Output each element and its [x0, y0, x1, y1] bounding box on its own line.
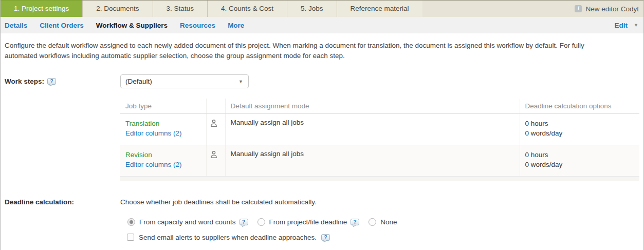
table-header-row: Job type Default assignment mode Deadlin… [120, 99, 639, 114]
sub-nav-bar: Details Client Orders Workflow & Supplie… [1, 17, 643, 33]
editor-columns-link[interactable]: Editor columns (2) [125, 128, 182, 138]
help-icon[interactable]: ? [240, 219, 248, 225]
chevron-down-icon[interactable]: ▼ [634, 23, 638, 28]
table-footer-strip [120, 177, 639, 181]
deadline-calculation-label: Deadline calculation: [5, 198, 74, 206]
main-tab-bar: 1. Project settings 2. Documents 3. Stat… [1, 0, 643, 17]
workflow-content: Configure the default workflow assigned … [1, 33, 643, 241]
header-deadline-options: Deadline calculation options [520, 99, 639, 114]
deadline-words-per-day: 0 words/day [525, 160, 635, 169]
info-icon: i [575, 5, 582, 12]
radio-label: From capacity and word counts [139, 218, 236, 226]
workflow-dropdown[interactable]: (Default) ▼ [120, 74, 249, 88]
header-job-type: Job type [120, 99, 206, 114]
deadline-mode-options: From capacity and word counts ? From pro… [127, 218, 639, 226]
work-steps-table: Job type Default assignment mode Deadlin… [120, 99, 639, 181]
dropdown-arrow-icon: ▼ [238, 75, 243, 88]
person-icon [210, 150, 224, 159]
tab-documents[interactable]: 2. Documents [82, 1, 152, 17]
editor-note-label: New editor Codyt [585, 5, 639, 13]
workflow-dropdown-value: (Default) [125, 78, 152, 85]
help-icon[interactable]: ? [47, 78, 56, 85]
subnav-workflow-suppliers[interactable]: Workflow & Suppliers [96, 22, 168, 29]
email-alert-row: Send email alerts to suppliers when dead… [127, 234, 639, 241]
header-assignment-mode: Default assignment mode [225, 99, 520, 114]
radio-label: From project/file deadline [269, 218, 347, 226]
radio-selected-icon[interactable] [127, 218, 135, 226]
deadline-words-per-day: 0 words/day [525, 128, 635, 138]
tab-reference-material[interactable]: Reference material [337, 1, 422, 17]
email-alert-checkbox[interactable] [127, 234, 134, 241]
assignment-mode-value: Manually assign all jobs [225, 145, 520, 177]
table-row-translation: Translation Editor columns (2) Manually … [120, 114, 639, 145]
person-icon [210, 119, 224, 127]
work-steps-row: Work steps: ? (Default) ▼ [5, 74, 639, 88]
email-alert-label: Send email alerts to suppliers when dead… [139, 234, 317, 241]
help-icon[interactable]: ? [321, 234, 330, 241]
workflow-description: Configure the default workflow assigned … [5, 41, 606, 61]
subnav-resources[interactable]: Resources [180, 22, 215, 29]
deadline-hours: 0 hours [525, 150, 635, 160]
editor-note: i New editor Codyt [575, 1, 643, 17]
deadline-hours: 0 hours [525, 119, 635, 128]
radio-label: None [380, 218, 397, 226]
tab-counts-cost[interactable]: 4. Counts & Cost [207, 1, 287, 17]
radio-icon[interactable] [369, 218, 376, 226]
project-settings-page: 1. Project settings 2. Documents 3. Stat… [0, 0, 644, 250]
subnav-more[interactable]: More [228, 22, 244, 29]
radio-none[interactable]: None [369, 218, 397, 226]
work-steps-label: Work steps: [5, 74, 44, 88]
radio-from-project-deadline[interactable]: From project/file deadline ? [257, 218, 360, 226]
radio-icon[interactable] [257, 218, 265, 226]
radio-from-capacity[interactable]: From capacity and word counts ? [127, 218, 248, 226]
editor-columns-link[interactable]: Editor columns (2) [125, 160, 182, 169]
deadline-calculation-row: Deadline calculation: Choose whether job… [5, 198, 639, 206]
table-row-revision: Revision Editor columns (2) Manually ass… [120, 145, 639, 177]
job-type-label: Revision [125, 150, 201, 160]
edit-button[interactable]: Edit [615, 22, 628, 29]
job-type-label: Translation [125, 119, 201, 128]
deadline-description: Choose whether job deadlines shall be ca… [120, 198, 317, 206]
tab-jobs[interactable]: 5. Jobs [287, 1, 337, 17]
subnav-details[interactable]: Details [5, 22, 27, 29]
help-icon[interactable]: ? [351, 219, 359, 225]
assignment-mode-value: Manually assign all jobs [225, 114, 520, 145]
subnav-client-orders[interactable]: Client Orders [40, 22, 84, 29]
tab-status[interactable]: 3. Status [153, 1, 207, 17]
tab-project-settings[interactable]: 1. Project settings [1, 0, 82, 17]
header-icon-spacer [206, 99, 225, 114]
